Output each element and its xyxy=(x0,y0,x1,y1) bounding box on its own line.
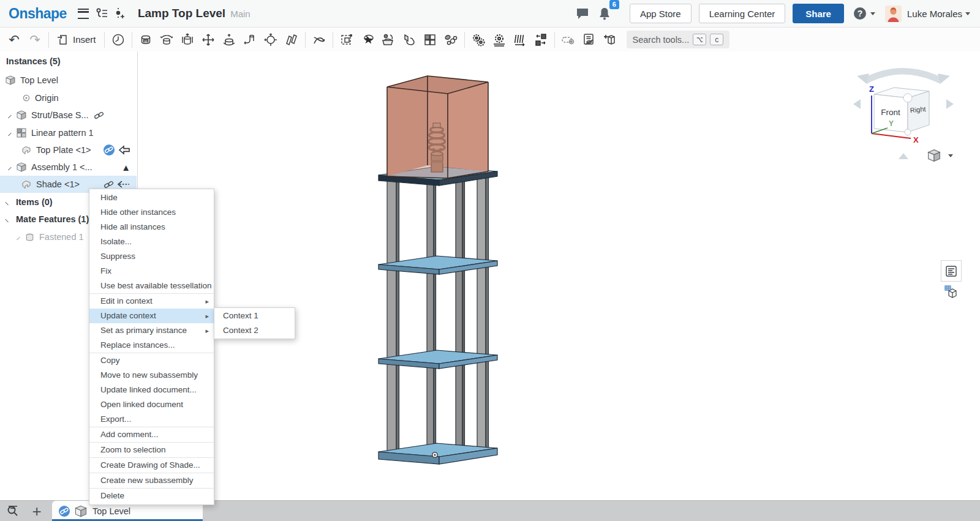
chevron-down-icon xyxy=(870,12,875,15)
screw-relation-icon[interactable] xyxy=(511,31,529,49)
menu-item-update-context[interactable]: Update context▸ xyxy=(89,309,214,323)
part-icon xyxy=(21,144,32,156)
search-tools-input[interactable]: Search tools... c xyxy=(627,31,730,48)
user-menu-caret-icon[interactable] xyxy=(965,12,970,15)
group-mates-icon[interactable] xyxy=(310,31,328,49)
revolute-mate-icon[interactable] xyxy=(157,31,176,49)
strut-columns[interactable] xyxy=(387,175,489,457)
menu-item-isolate[interactable]: Isolate... xyxy=(89,234,214,249)
tree-item-top-plate[interactable]: Top Plate <1> xyxy=(0,141,137,159)
user-avatar[interactable] xyxy=(885,6,902,22)
cylindrical-mate-icon[interactable] xyxy=(220,31,238,49)
tree-item-linear-pattern[interactable]: Linear pattern 1 xyxy=(0,124,137,141)
expand-chevron-icon[interactable] xyxy=(5,164,12,171)
menu-item-suppress[interactable]: Suppress xyxy=(89,249,214,264)
insert-part-icon[interactable] xyxy=(379,31,398,49)
chat-bubble-icon xyxy=(575,7,590,20)
menu-item-edit-in-context[interactable]: Edit in context▸ xyxy=(89,294,214,309)
submenu-arrow-icon: ▸ xyxy=(205,294,209,309)
view-cube-front-label[interactable]: Front xyxy=(881,108,900,117)
expand-chevron-icon[interactable] xyxy=(5,130,12,137)
linear-pattern-icon[interactable] xyxy=(421,31,439,49)
redo-button[interactable]: ↷ xyxy=(26,31,44,49)
parallel-mate-icon[interactable] xyxy=(282,31,301,49)
menu-item-open-linked-document[interactable]: Open linked document xyxy=(89,397,214,412)
tree-item-top-level[interactable]: Top Level xyxy=(0,72,137,89)
items-section-header[interactable]: Items (0) xyxy=(0,193,53,211)
learning-center-button[interactable]: Learning Center xyxy=(699,4,786,23)
graphics-viewport[interactable]: Front Right Z X Y xyxy=(138,51,980,500)
search-tabs-button[interactable] xyxy=(5,503,22,519)
view-options-button[interactable] xyxy=(927,148,953,163)
named-position-icon[interactable] xyxy=(337,31,356,49)
axis-z-label: Z xyxy=(869,84,874,94)
menu-item-set-as-primary-instance[interactable]: Set as primary instance▸ xyxy=(89,323,214,338)
menu-item-copy[interactable]: Copy xyxy=(89,353,214,368)
share-button[interactable]: Share xyxy=(793,4,844,23)
workspace-name[interactable]: Main xyxy=(230,9,251,19)
clock-icon[interactable] xyxy=(109,31,127,49)
menu-item-update-linked-document[interactable]: Update linked document... xyxy=(89,383,214,397)
box-plus-icon[interactable] xyxy=(601,31,619,49)
rack-pinion-relation-icon[interactable] xyxy=(490,31,508,49)
menu-item-hide-all-instances[interactable]: Hide all instances xyxy=(89,220,214,234)
linear-relation-icon[interactable] xyxy=(532,31,550,49)
fastened-mate-icon[interactable] xyxy=(137,31,155,49)
menu-item-create-drawing-of-shade[interactable]: Create Drawing of Shade... xyxy=(89,458,214,473)
replicate-icon[interactable] xyxy=(442,31,460,49)
menu-item-create-new-subassembly[interactable]: Create new subassembly xyxy=(89,473,214,488)
menu-item-zoom-to-selection[interactable]: Zoom to selection xyxy=(89,443,214,457)
notifications-button[interactable]: 6 xyxy=(595,4,614,23)
menu-item-export[interactable]: Export... xyxy=(89,412,214,427)
linked-document-icon xyxy=(104,179,114,190)
menu-item-replace-instances[interactable]: Replace instances... xyxy=(89,338,214,353)
planar-mate-icon[interactable] xyxy=(199,31,217,49)
insert-button[interactable]: Insert xyxy=(52,34,101,46)
gear-relation-icon[interactable] xyxy=(469,31,488,49)
create-version-icon xyxy=(114,7,126,20)
tree-item-assembly-1[interactable]: Assembly 1 <... ▲ xyxy=(0,159,137,176)
in-context-icon xyxy=(103,144,115,156)
bom-table-panel-button[interactable] xyxy=(941,260,962,282)
option-key-icon xyxy=(693,34,706,45)
versions-history-button[interactable] xyxy=(92,4,111,23)
document-eye-icon[interactable] xyxy=(580,31,598,49)
user-name[interactable]: Luke Morales xyxy=(907,9,962,19)
slider-mate-icon[interactable] xyxy=(178,31,197,49)
chevron-down-icon xyxy=(948,154,953,157)
add-tab-button[interactable]: + xyxy=(28,503,45,519)
warning-triangle-icon: ▲ xyxy=(121,162,130,173)
origin-marker[interactable] xyxy=(432,452,437,457)
mate-features-section-header[interactable]: Mate Features (1) xyxy=(0,211,89,228)
onshape-logo[interactable]: Onshape xyxy=(9,6,67,22)
menu-item-move-to-new-subassembly[interactable]: Move to new subassembly xyxy=(89,368,214,383)
menu-item-use-best-available-tessellation[interactable]: Use best available tessellation xyxy=(89,279,214,293)
tree-item-strut-base[interactable]: Strut/Base S... xyxy=(0,107,137,124)
move-part-icon[interactable] xyxy=(400,31,418,49)
main-menu-button[interactable] xyxy=(74,4,92,23)
tree-item-origin[interactable]: Origin xyxy=(0,89,137,107)
expand-chevron-icon[interactable] xyxy=(5,112,12,119)
help-menu-button[interactable]: ? xyxy=(853,6,875,21)
submenu-item-context-2[interactable]: Context 2 xyxy=(214,323,295,338)
menu-item-add-comment[interactable]: Add comment... xyxy=(89,427,214,442)
star-cylinder-icon[interactable] xyxy=(358,31,377,49)
create-version-button[interactable] xyxy=(111,4,129,23)
ball-mate-icon[interactable] xyxy=(262,31,280,49)
menu-item-delete[interactable]: Delete xyxy=(89,489,214,503)
comments-button[interactable] xyxy=(573,4,592,23)
menu-item-fix[interactable]: Fix xyxy=(89,264,214,279)
shade-part[interactable] xyxy=(387,76,488,178)
notification-badge: 6 xyxy=(609,0,619,9)
rolled-sheet-icon[interactable] xyxy=(559,31,578,49)
collapse-chevron-icon xyxy=(5,216,12,223)
pin-slot-mate-icon[interactable] xyxy=(241,31,259,49)
app-store-button[interactable]: App Store xyxy=(630,4,692,23)
lamp-assembly-model[interactable] xyxy=(343,58,539,487)
menu-item-hide-other-instances[interactable]: Hide other instances xyxy=(89,205,214,220)
expand-chevron-icon[interactable] xyxy=(13,234,20,241)
configuration-panel-button[interactable] xyxy=(941,281,962,302)
menu-item-hide[interactable]: Hide xyxy=(89,190,214,205)
undo-button[interactable]: ↶ xyxy=(5,31,23,49)
submenu-item-context-1[interactable]: Context 1 xyxy=(214,309,295,323)
